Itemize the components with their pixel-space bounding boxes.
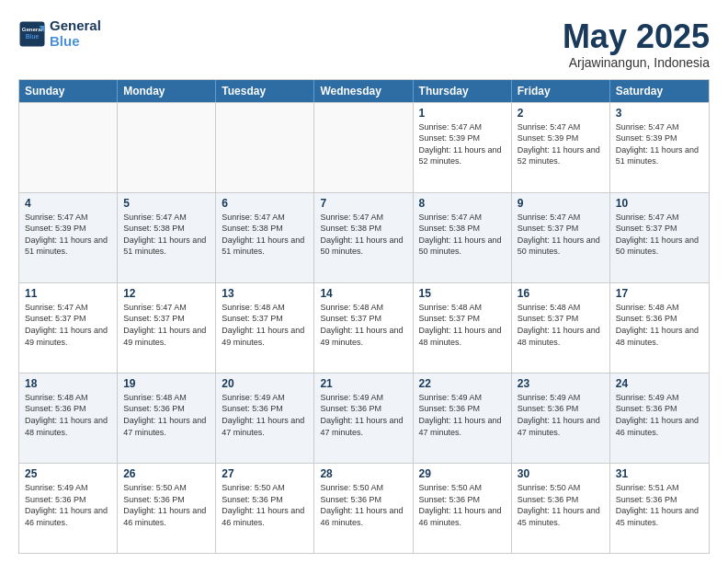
day-number: 22 — [419, 377, 506, 390]
cell-details: Sunrise: 5:49 AM Sunset: 5:36 PM Dayligh… — [419, 392, 506, 438]
cell-details: Sunrise: 5:48 AM Sunset: 5:37 PM Dayligh… — [419, 302, 506, 348]
cal-row-0: 1Sunrise: 5:47 AM Sunset: 5:39 PM Daylig… — [19, 102, 709, 192]
cal-cell-1-2: 6Sunrise: 5:47 AM Sunset: 5:38 PM Daylig… — [216, 193, 314, 282]
logo-icon: General Blue — [18, 20, 46, 48]
cal-cell-2-4: 15Sunrise: 5:48 AM Sunset: 5:37 PM Dayli… — [414, 283, 512, 373]
cal-cell-0-2 — [216, 103, 314, 192]
cal-cell-3-5: 23Sunrise: 5:49 AM Sunset: 5:36 PM Dayli… — [512, 373, 610, 463]
cal-cell-1-1: 5Sunrise: 5:47 AM Sunset: 5:38 PM Daylig… — [118, 193, 216, 282]
cell-details: Sunrise: 5:48 AM Sunset: 5:37 PM Dayligh… — [320, 302, 406, 348]
cal-row-4: 25Sunrise: 5:49 AM Sunset: 5:36 PM Dayli… — [19, 463, 709, 553]
cal-cell-4-1: 26Sunrise: 5:50 AM Sunset: 5:36 PM Dayli… — [118, 464, 216, 553]
cal-cell-4-0: 25Sunrise: 5:49 AM Sunset: 5:36 PM Dayli… — [19, 464, 118, 553]
day-number: 16 — [518, 287, 604, 300]
day-number: 7 — [320, 197, 406, 210]
cell-details: Sunrise: 5:48 AM Sunset: 5:37 PM Dayligh… — [222, 302, 308, 348]
day-number: 8 — [419, 197, 506, 210]
day-number: 23 — [518, 377, 604, 390]
cal-row-3: 18Sunrise: 5:48 AM Sunset: 5:36 PM Dayli… — [19, 373, 709, 463]
cal-cell-1-4: 8Sunrise: 5:47 AM Sunset: 5:38 PM Daylig… — [414, 193, 512, 282]
cell-details: Sunrise: 5:47 AM Sunset: 5:38 PM Dayligh… — [419, 212, 506, 258]
cell-details: Sunrise: 5:47 AM Sunset: 5:39 PM Dayligh… — [419, 121, 506, 167]
day-number: 19 — [123, 377, 210, 390]
calendar-header: Sunday Monday Tuesday Wednesday Thursday… — [19, 80, 709, 102]
cal-cell-1-0: 4Sunrise: 5:47 AM Sunset: 5:39 PM Daylig… — [19, 193, 118, 282]
cal-cell-0-1 — [118, 103, 216, 192]
cal-cell-4-5: 30Sunrise: 5:50 AM Sunset: 5:36 PM Dayli… — [512, 464, 610, 553]
header-saturday: Saturday — [610, 80, 709, 102]
day-number: 11 — [25, 287, 111, 300]
day-number: 5 — [123, 197, 210, 210]
cal-cell-4-4: 29Sunrise: 5:50 AM Sunset: 5:36 PM Dayli… — [414, 464, 512, 553]
day-number: 4 — [25, 197, 111, 210]
cal-cell-1-3: 7Sunrise: 5:47 AM Sunset: 5:38 PM Daylig… — [314, 193, 413, 282]
cell-details: Sunrise: 5:47 AM Sunset: 5:37 PM Dayligh… — [616, 212, 703, 258]
cal-cell-0-3 — [314, 103, 413, 192]
header-wednesday: Wednesday — [314, 80, 413, 102]
cell-details: Sunrise: 5:49 AM Sunset: 5:36 PM Dayligh… — [222, 392, 308, 438]
cal-cell-3-2: 20Sunrise: 5:49 AM Sunset: 5:36 PM Dayli… — [216, 373, 314, 463]
day-number: 6 — [222, 197, 308, 210]
day-number: 9 — [518, 197, 604, 210]
cell-details: Sunrise: 5:48 AM Sunset: 5:36 PM Dayligh… — [123, 392, 210, 438]
day-number: 20 — [222, 377, 308, 390]
cal-cell-1-5: 9Sunrise: 5:47 AM Sunset: 5:37 PM Daylig… — [512, 193, 610, 282]
header-tuesday: Tuesday — [216, 80, 314, 102]
cal-cell-3-0: 18Sunrise: 5:48 AM Sunset: 5:36 PM Dayli… — [19, 373, 118, 463]
cell-details: Sunrise: 5:47 AM Sunset: 5:37 PM Dayligh… — [25, 302, 111, 348]
svg-text:General: General — [22, 27, 43, 32]
cell-details: Sunrise: 5:47 AM Sunset: 5:37 PM Dayligh… — [123, 302, 210, 348]
day-number: 18 — [25, 377, 111, 390]
header-thursday: Thursday — [414, 80, 512, 102]
day-number: 30 — [518, 467, 604, 480]
day-number: 29 — [419, 467, 506, 480]
cell-details: Sunrise: 5:50 AM Sunset: 5:36 PM Dayligh… — [320, 482, 406, 528]
cell-details: Sunrise: 5:49 AM Sunset: 5:36 PM Dayligh… — [616, 392, 703, 438]
cell-details: Sunrise: 5:50 AM Sunset: 5:36 PM Dayligh… — [419, 482, 506, 528]
day-number: 10 — [616, 197, 703, 210]
month-title: May 2025 — [563, 18, 710, 55]
day-number: 27 — [222, 467, 308, 480]
cell-details: Sunrise: 5:47 AM Sunset: 5:39 PM Dayligh… — [518, 121, 604, 167]
cal-cell-3-1: 19Sunrise: 5:48 AM Sunset: 5:36 PM Dayli… — [118, 373, 216, 463]
cal-cell-4-3: 28Sunrise: 5:50 AM Sunset: 5:36 PM Dayli… — [314, 464, 413, 553]
svg-text:Blue: Blue — [26, 32, 40, 39]
header-friday: Friday — [512, 80, 610, 102]
cell-details: Sunrise: 5:47 AM Sunset: 5:38 PM Dayligh… — [222, 212, 308, 258]
logo-text: General Blue — [50, 18, 101, 49]
cal-row-1: 4Sunrise: 5:47 AM Sunset: 5:39 PM Daylig… — [19, 192, 709, 282]
cal-cell-4-2: 27Sunrise: 5:50 AM Sunset: 5:36 PM Dayli… — [216, 464, 314, 553]
day-number: 13 — [222, 287, 308, 300]
day-number: 1 — [419, 107, 506, 120]
day-number: 21 — [320, 377, 406, 390]
cell-details: Sunrise: 5:50 AM Sunset: 5:36 PM Dayligh… — [123, 482, 210, 528]
cal-cell-3-6: 24Sunrise: 5:49 AM Sunset: 5:36 PM Dayli… — [610, 373, 709, 463]
cal-cell-0-0 — [19, 103, 118, 192]
day-number: 15 — [419, 287, 506, 300]
cell-details: Sunrise: 5:51 AM Sunset: 5:36 PM Dayligh… — [616, 482, 703, 528]
cal-cell-4-6: 31Sunrise: 5:51 AM Sunset: 5:36 PM Dayli… — [610, 464, 709, 553]
day-number: 3 — [616, 107, 703, 120]
cell-details: Sunrise: 5:49 AM Sunset: 5:36 PM Dayligh… — [518, 392, 604, 438]
cal-cell-2-6: 17Sunrise: 5:48 AM Sunset: 5:36 PM Dayli… — [610, 283, 709, 373]
header-monday: Monday — [118, 80, 216, 102]
location: Arjawinangun, Indonesia — [563, 55, 710, 70]
page: General Blue General Blue May 2025 Arjaw… — [0, 0, 728, 563]
cell-details: Sunrise: 5:50 AM Sunset: 5:36 PM Dayligh… — [222, 482, 308, 528]
cal-cell-2-5: 16Sunrise: 5:48 AM Sunset: 5:37 PM Dayli… — [512, 283, 610, 373]
cell-details: Sunrise: 5:49 AM Sunset: 5:36 PM Dayligh… — [25, 482, 111, 528]
cal-row-2: 11Sunrise: 5:47 AM Sunset: 5:37 PM Dayli… — [19, 282, 709, 373]
cell-details: Sunrise: 5:50 AM Sunset: 5:36 PM Dayligh… — [518, 482, 604, 528]
cal-cell-2-3: 14Sunrise: 5:48 AM Sunset: 5:37 PM Dayli… — [314, 283, 413, 373]
calendar: Sunday Monday Tuesday Wednesday Thursday… — [18, 79, 710, 554]
cal-cell-2-0: 11Sunrise: 5:47 AM Sunset: 5:37 PM Dayli… — [19, 283, 118, 373]
cal-cell-0-4: 1Sunrise: 5:47 AM Sunset: 5:39 PM Daylig… — [414, 103, 512, 192]
day-number: 26 — [123, 467, 210, 480]
cal-cell-0-5: 2Sunrise: 5:47 AM Sunset: 5:39 PM Daylig… — [512, 103, 610, 192]
cell-details: Sunrise: 5:47 AM Sunset: 5:38 PM Dayligh… — [123, 212, 210, 258]
cal-cell-2-1: 12Sunrise: 5:47 AM Sunset: 5:37 PM Dayli… — [118, 283, 216, 373]
title-block: May 2025 Arjawinangun, Indonesia — [563, 18, 710, 70]
day-number: 25 — [25, 467, 111, 480]
cell-details: Sunrise: 5:47 AM Sunset: 5:38 PM Dayligh… — [320, 212, 406, 258]
day-number: 28 — [320, 467, 406, 480]
